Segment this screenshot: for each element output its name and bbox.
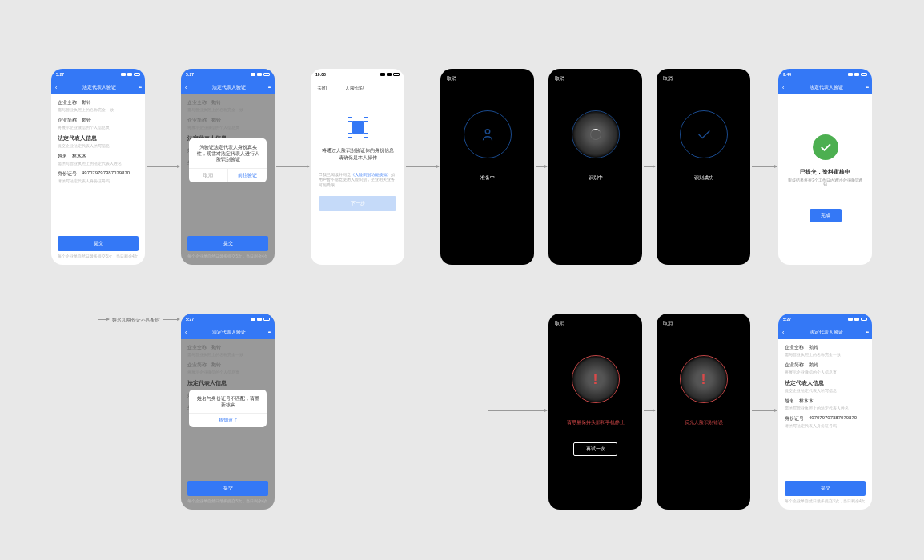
more-icon[interactable]: •••: [866, 330, 868, 334]
cancel-button[interactable]: 取消: [657, 69, 750, 82]
scan-circle-error: !: [680, 355, 728, 403]
person-icon: [479, 126, 496, 143]
submit-button: 提交: [187, 236, 268, 251]
hint: 需与营业执照上的名称完全一致: [58, 108, 139, 112]
scan-circle: [572, 110, 620, 158]
check-icon: [695, 126, 713, 143]
success-sub: 审核结果将在3个工作日内通过企业微信通知: [778, 178, 872, 186]
screen-submitted: 9:44 ‹法定代表人验证••• 已提交，资料审核中 审核结果将在3个工作日内通…: [778, 69, 872, 265]
cancel-button[interactable]: 取消: [657, 314, 750, 327]
statusbar: 10:08: [311, 69, 404, 80]
arrow: [488, 266, 488, 410]
alert-icon: !: [588, 371, 604, 387]
back-icon[interactable]: ‹: [185, 85, 187, 90]
footer-hint: 每个企业单自然日最多提交5次，当日剩余4次: [51, 254, 145, 258]
header: ‹法定代表人验证•••: [778, 325, 872, 339]
arrow: [147, 166, 179, 167]
more-icon[interactable]: •••: [139, 85, 141, 90]
label: 姓名: [58, 153, 67, 160]
time: 5:27: [56, 72, 64, 77]
arrow: [163, 319, 179, 320]
screen-form: 5:27 ‹法定代表人验证••• 企业全称鹅铃需与营业执照上的名称完全一致 企业…: [51, 69, 145, 265]
header: ‹法定代表人验证•••: [181, 80, 275, 94]
more-icon[interactable]: •••: [268, 85, 271, 90]
value[interactable]: 林木木: [72, 153, 86, 160]
statusbar: 5:27: [181, 69, 275, 80]
scan-circle: [464, 110, 512, 158]
modal-text: 为验证法定代表人身份真实性，现需对法定代表人进行人脸识别验证: [189, 138, 267, 168]
arrow: [752, 410, 777, 411]
status-text: 识别成功: [657, 174, 750, 182]
header: ‹法定代表人验证•••: [181, 325, 275, 339]
agreement-link[interactable]: 《人脸识别功能须知》: [351, 173, 391, 177]
arrow: [98, 266, 98, 319]
hint: 需填写营业执照上的法定代表人姓名: [58, 162, 139, 166]
back-icon[interactable]: ‹: [782, 85, 784, 90]
header: ‹法定代表人验证•••: [51, 80, 145, 94]
modal-ok-button[interactable]: 我知道了: [189, 414, 267, 427]
cancel-button[interactable]: 取消: [548, 69, 642, 82]
retry-button[interactable]: 再试一次: [573, 442, 617, 456]
submit-button[interactable]: 提交: [785, 481, 866, 496]
arrow: [98, 319, 109, 320]
value[interactable]: 497079797387079870: [82, 170, 130, 178]
mismatch-modal: 姓名与身份证号不匹配，请重新核实 我知道了: [189, 390, 267, 427]
modal-cancel-button[interactable]: 取消: [189, 169, 228, 182]
screen-hold-still: 取消 ! 请尽量保持头部和手机静止 再试一次: [548, 314, 642, 510]
next-button[interactable]: 下一步: [319, 196, 396, 211]
section-title: 法定代表人信息: [58, 134, 139, 142]
face-message: 将通过人脸识别验证你的身份信息 请确保是本人操作: [311, 147, 404, 162]
screen-face-intro: 10:08 关闭人脸识别 将通过人脸识别验证你的身份信息 请确保是本人操作 ☐ …: [311, 69, 404, 265]
screen-recognizing: 取消 识别中: [548, 69, 642, 265]
back-icon[interactable]: ‹: [782, 330, 784, 335]
face-icon: [311, 117, 404, 138]
screen-form-repeat: 5:27 ‹法定代表人验证••• 企业全称鹅铃需与营业执照上的名称完全一致 企业…: [778, 314, 872, 510]
statusbar: 9:44: [778, 69, 872, 80]
cancel-button[interactable]: 取消: [548, 314, 642, 327]
alert-icon: !: [696, 371, 712, 387]
statusbar: 5:27: [51, 69, 145, 80]
screen-recog-success: 取消 识别成功: [657, 69, 750, 265]
value[interactable]: 鹅铃: [82, 99, 91, 106]
cancel-button[interactable]: 取消: [440, 69, 534, 82]
value[interactable]: 鹅铃: [82, 117, 91, 124]
statusbar: 5:27: [181, 314, 275, 325]
more-icon[interactable]: •••: [268, 330, 271, 334]
error-text: 请尽量保持头部和手机静止: [548, 419, 642, 426]
done-button[interactable]: 完成: [810, 209, 842, 222]
submit-button[interactable]: 提交: [58, 236, 139, 251]
more-icon[interactable]: •••: [866, 85, 868, 90]
scan-circle-error: !: [572, 355, 620, 403]
svg-point-0: [485, 130, 490, 134]
label: 身份证号: [58, 170, 77, 178]
spinner-icon: [590, 129, 601, 140]
submit-button: 提交: [187, 481, 268, 496]
label: 企业全称: [58, 99, 77, 106]
back-icon[interactable]: ‹: [185, 330, 187, 335]
screen-preparing: 取消 准备中: [440, 69, 534, 265]
arrow: [488, 410, 547, 411]
header: ‹法定代表人验证•••: [778, 80, 872, 94]
arrow: [644, 166, 655, 167]
success-title: 已提交，资料审核中: [800, 168, 850, 176]
arrow: [406, 166, 439, 167]
agreement: ☐ 我已阅读并同意《人脸识别功能须知》如用户暂不愿意使用人脸识别，企业相关业务可…: [311, 173, 404, 188]
screen-modal-verify: 5:27 ‹法定代表人验证••• 企业全称鹅铃需与营业执照上的名称完全一致 企业…: [181, 69, 275, 265]
screen-glare-error: 取消 ! 反光人脸识别错误: [657, 314, 750, 510]
screen-mismatch: 5:27 ‹法定代表人验证••• 企业全称鹅铃需与营业执照上的名称完全一致 企业…: [181, 314, 275, 510]
page-title: 人脸识别: [327, 85, 382, 92]
verify-modal: 为验证法定代表人身份真实性，现需对法定代表人进行人脸识别验证 取消 前往验证: [189, 138, 267, 182]
statusbar: 5:27: [778, 314, 872, 325]
arrow: [752, 166, 777, 167]
status-text: 识别中: [548, 174, 642, 182]
back-icon[interactable]: ‹: [55, 85, 57, 90]
page-title: 法定代表人验证: [60, 84, 138, 91]
arrow: [536, 166, 547, 167]
flow-label: 姓名和身份证不匹配时: [112, 317, 160, 324]
close-button[interactable]: 关闭: [317, 85, 327, 92]
hint: 将展示企业微信的个人信息页: [58, 126, 139, 130]
arrow: [644, 410, 655, 411]
scan-circle: [680, 110, 728, 158]
hint: 请填写法定代表人身份证号码: [58, 179, 139, 183]
modal-confirm-button[interactable]: 前往验证: [228, 169, 267, 182]
